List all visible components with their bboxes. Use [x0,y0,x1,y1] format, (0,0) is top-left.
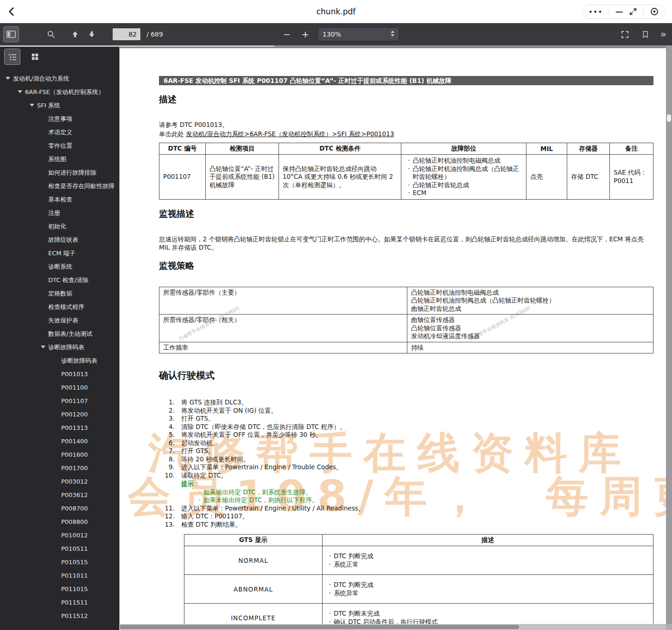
outline-item[interactable]: P011015 [0,582,119,596]
outline-item[interactable]: 如何进行故障排除 [0,166,119,179]
step-body: 将发动机开关置于 ON (IG) 位置。 [181,407,653,415]
outline-item[interactable]: 术语定义 [0,126,119,139]
step-number: 8. [159,455,175,464]
outline-item[interactable]: 诊断系统 [0,260,119,273]
strategy-label-cell: 工作频率 [159,342,407,353]
outline-item[interactable]: P001700 [0,461,119,475]
horizontal-scrollbar-thumb[interactable] [120,625,519,629]
outline-item[interactable]: P001400 [0,435,119,448]
pdf-page: 汽修帮手在线资料库 会员108/年， 每周更新车型 汽修帮手在线资料库 ID:4… [120,48,666,630]
bullet-icon: · [326,589,334,598]
outline-item[interactable]: P003012 [0,475,119,488]
outline-item-label: 注意事项 [48,114,72,123]
strategy-row: 所需传感器/零部件（相关）曲轴位置传感器凸轮轴位置传感器发动机冷却液温度传感器 [159,315,653,342]
step-text: 将发动机开关置于 ON (IG) 位置。 [181,407,653,415]
outline-item[interactable]: 基本检查 [0,193,119,206]
outline-item[interactable]: 6AR-FSE（发动机控制系统） [0,85,119,99]
bullet-text: DTC 判断未完成 [334,610,380,618]
outline-item[interactable]: P011011 [0,569,119,582]
outline-item[interactable]: 系统图 [0,152,119,166]
page-number-input[interactable] [112,28,141,41]
viewer-content: 汽修帮手在线资料库 会员108/年， 每周更新车型 汽修帮手在线资料库 ID:4… [119,45,672,630]
outline-item[interactable]: P008800 [0,515,119,529]
zoom-level-select[interactable]: 130% [317,27,399,41]
bullet-text: DTC 判断完成 [334,581,374,589]
sidebar-toggle-icon[interactable] [4,27,19,42]
vertical-scrollbar[interactable] [666,45,672,624]
step-number: 7. [159,447,175,455]
outline-item-label: 诊断故障码表 [61,356,97,365]
bookmark-icon[interactable] [638,27,653,42]
zoom-level-value: 130% [323,31,341,38]
outline-item[interactable]: P011512 [0,609,119,623]
outline-item[interactable]: 零件位置 [0,139,119,152]
collapse-toggle-icon[interactable] [18,90,22,93]
outline-item[interactable]: 故障症状表 [0,233,119,246]
outline-item[interactable]: P010012 [0,529,119,542]
outline-item[interactable]: 发动机/混合动力系统 [0,72,119,85]
outline-item[interactable]: 失效保护表 [0,314,119,327]
outline-item[interactable]: P001013 [0,367,119,381]
fullscreen-icon[interactable] [618,27,633,42]
outline-item[interactable]: 检查模式程序 [0,300,119,314]
outline-item[interactable]: 注意事项 [0,112,119,126]
trouble-area-line: ·凸轮轴正时齿轮总成 [405,181,522,189]
next-page-icon[interactable] [84,27,99,42]
outline-item-label: 注册 [48,208,60,217]
strategy-value-cell: 凸轮轴正时机油控制电磁阀总成凸轮轴正时机油控制阀总成（凸轮轴正时齿轮螺栓）曲轴正… [407,287,653,315]
outline-item[interactable]: 检查是否存在间歇性故障 [0,179,119,193]
outline-item[interactable]: P008700 [0,502,119,515]
outline-item-label: P008700 [61,504,88,513]
gts-description-line: ·DTC 判断完成 [326,581,649,589]
more-icon[interactable]: ••• [589,9,603,15]
outline-view-icon[interactable] [5,49,20,64]
step-number: 12. [159,512,175,521]
expand-icon[interactable] [629,7,637,16]
step-text: 打开 GTS。 [181,415,653,423]
more-tools-icon[interactable]: » [659,29,668,39]
loading-bar [0,45,274,47]
step-number: 1. [159,398,175,407]
outline-item[interactable]: P003612 [0,488,119,502]
outline-item[interactable]: 注册 [0,206,119,220]
outline-item[interactable]: 数据表/主动测试 [0,327,119,340]
bullet-icon: · [405,165,412,173]
thumbnails-view-icon[interactable] [27,49,43,64]
outline-item[interactable]: SFI 系统 [0,99,119,112]
hint-line: ·如果输出待定 DTC，则系统发生故障。 [181,488,653,497]
step-body: 将发动机开关置于 OFF 位置，并至少等待 30 秒。 [181,431,653,439]
outline-item[interactable]: 定格数据 [0,287,119,300]
previous-page-icon[interactable] [68,27,82,42]
outline-item[interactable]: 诊断故障码表 [0,340,119,354]
outline-item[interactable]: P010511 [0,542,119,555]
outline-item[interactable]: DTC 检查/清除 [0,273,119,287]
dtc-areas-cell: ·凸轮轴正时机油控制电磁阀总成·凸轮轴正时机油控制阀总成（凸轮轴正时齿轮螺栓）·… [401,155,526,200]
outline-item[interactable]: 初始化 [0,220,119,233]
collapse-toggle-icon[interactable] [41,346,45,348]
vertical-scrollbar-thumb[interactable] [667,114,671,122]
collapse-toggle-icon[interactable] [30,104,34,107]
minimize-icon[interactable]: — [615,8,623,15]
dtc-table: DTC 编号检测项目DTC 检测条件故障部位MIL存储器备注 P001107 凸… [159,143,653,200]
outline-item[interactable]: ECM 端子 [0,246,119,260]
step-body: 等待 20 秒或更长时间。 [181,455,653,464]
record-icon[interactable] [650,7,659,16]
collapse-toggle-icon[interactable] [6,77,10,80]
bullet-text: 凸轮轴正时机油控制电磁阀总成 [412,157,500,165]
dtc-reference-link[interactable]: 发动机/混合动力系统>6AR-FSE（发动机控制系统）>SFI 系统>P0010… [186,130,394,138]
outline-item[interactable]: P001600 [0,448,119,461]
outline-item[interactable]: P001313 [0,421,119,435]
outline-item[interactable]: 诊断故障码表 [0,354,119,367]
outline-item[interactable]: P010515 [0,555,119,569]
zoom-in-icon[interactable]: + [298,27,313,42]
strategy-row: 工作频率持续 [159,342,653,353]
outline-item[interactable]: P001107 [0,394,119,408]
step-text: 输入 DTC：P001107。 [181,512,653,521]
outline-item[interactable]: P001100 [0,381,119,394]
bullet-icon: · [405,181,412,189]
outline-item[interactable]: P011511 [0,596,119,609]
search-icon[interactable] [44,27,58,42]
outline-item[interactable]: P001200 [0,408,119,421]
horizontal-scrollbar[interactable] [119,624,666,630]
zoom-out-icon[interactable]: − [279,27,294,42]
